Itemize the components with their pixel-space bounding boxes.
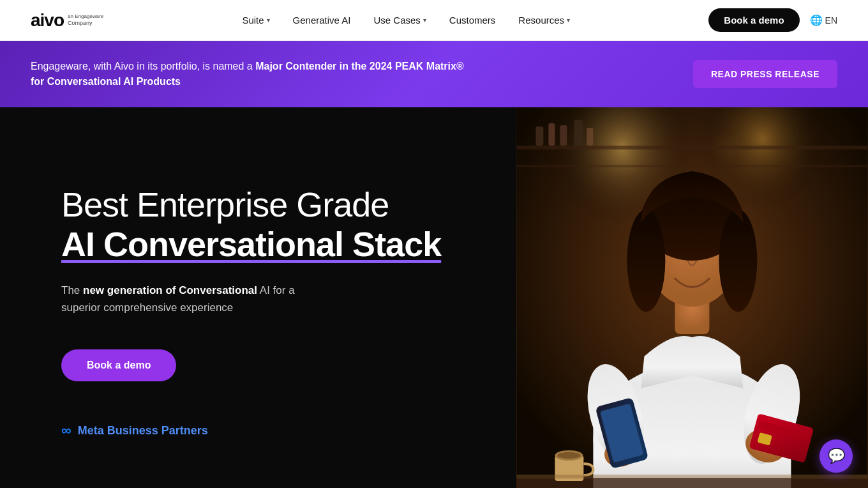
hero-image	[516, 107, 868, 488]
banner-text: Engageware, with Aivo in its portfolio, …	[31, 59, 477, 89]
svg-rect-5	[536, 126, 544, 146]
chat-icon: 💬	[828, 448, 845, 464]
svg-point-34	[558, 452, 581, 459]
chevron-down-icon: ▾	[267, 17, 270, 24]
hero-title-line2: AI Conversational Stack	[61, 225, 441, 263]
chevron-down-icon: ▾	[423, 17, 426, 24]
meta-logo-icon: ∞	[61, 422, 71, 439]
book-demo-nav-button[interactable]: Book a demo	[708, 8, 799, 32]
hero-subtitle-bold: new generation of Conversational	[83, 284, 257, 296]
svg-rect-7	[560, 125, 567, 146]
banner-text-prefix: Engageware, with Aivo in its portfolio, …	[31, 61, 255, 72]
hero-subtitle-prefix: The	[61, 284, 83, 296]
lang-label: EN	[825, 15, 837, 26]
chat-button[interactable]: 💬	[819, 439, 853, 473]
person-svg	[516, 107, 868, 488]
hero-content: Best Enterprise Grade AI Conversational …	[0, 107, 516, 488]
meta-badge-label: Meta Business Partners	[78, 424, 208, 438]
logo-engageware-text: an Engageware Company	[68, 13, 103, 26]
hero-section: Best Enterprise Grade AI Conversational …	[0, 107, 868, 488]
banner: Engageware, with Aivo in its portfolio, …	[0, 41, 868, 107]
woman-figure	[516, 107, 868, 488]
read-press-release-button[interactable]: READ PRESS RELEASE	[693, 60, 837, 88]
meta-business-badge: ∞ Meta Business Partners	[61, 422, 486, 439]
nav-item-suite[interactable]: Suite ▾	[242, 15, 269, 26]
logo[interactable]: aivo an Engageware Company	[31, 10, 103, 31]
hero-title-line1: Best Enterprise Grade	[61, 185, 389, 224]
book-demo-hero-button[interactable]: Book a demo	[61, 349, 176, 381]
svg-rect-4	[517, 165, 868, 167]
navbar: aivo an Engageware Company Suite ▾ Gener…	[0, 0, 868, 41]
nav-item-customers[interactable]: Customers	[449, 15, 496, 26]
nav-item-resources[interactable]: Resources ▾	[518, 15, 570, 26]
logo-aivo-text: aivo	[31, 10, 64, 31]
svg-rect-8	[574, 120, 583, 146]
nav-item-use-cases[interactable]: Use Cases ▾	[373, 15, 426, 26]
nav-links: Suite ▾ Generative AI Use Cases ▾ Custom…	[242, 15, 570, 26]
svg-point-29	[627, 210, 666, 312]
nav-right: Book a demo 🌐 EN	[708, 8, 837, 32]
hero-subtitle: The new generation of Conversational AI …	[61, 282, 304, 316]
svg-rect-3	[517, 146, 868, 149]
svg-rect-9	[587, 128, 594, 146]
chevron-down-icon: ▾	[567, 17, 570, 24]
nav-item-generative-ai[interactable]: Generative AI	[293, 15, 351, 26]
hero-title: Best Enterprise Grade AI Conversational …	[61, 185, 486, 264]
globe-icon: 🌐	[810, 14, 823, 26]
svg-rect-6	[549, 123, 555, 146]
language-selector[interactable]: 🌐 EN	[810, 14, 837, 26]
svg-point-30	[719, 210, 758, 312]
svg-rect-35	[517, 475, 868, 478]
